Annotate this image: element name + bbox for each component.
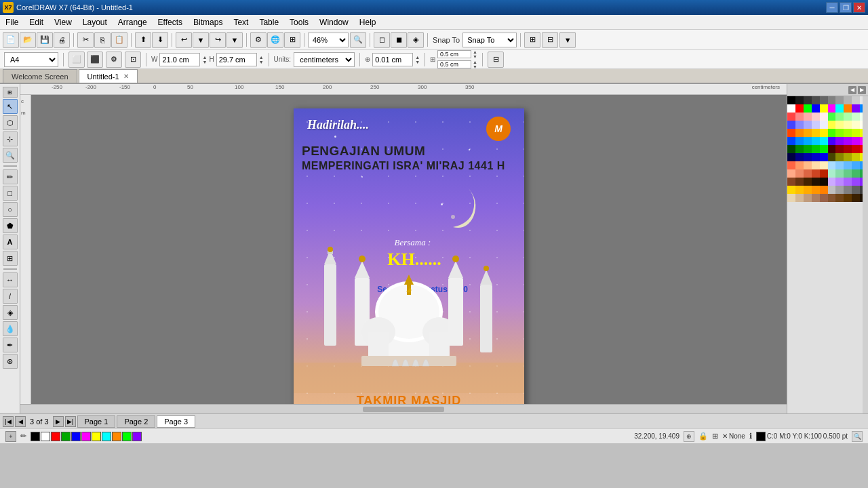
import-button[interactable]: ⬆ bbox=[135, 32, 151, 48]
save-button[interactable]: 💾 bbox=[37, 32, 53, 48]
palette-cell-9-6[interactable] bbox=[835, 169, 844, 178]
palette-cell-2-3[interactable] bbox=[812, 113, 820, 121]
canvas-background[interactable]: M Hadirilah.... PENGAJIAN UMUM MEMPERING… bbox=[31, 95, 787, 404]
palette-cell-11-2[interactable] bbox=[804, 186, 812, 194]
palette-cell-3-8[interactable] bbox=[852, 121, 860, 129]
palette-cell-12-0[interactable] bbox=[787, 194, 795, 202]
connector-tool[interactable]: / bbox=[3, 289, 18, 304]
palette-cell-10-4[interactable] bbox=[820, 178, 828, 186]
paste-button[interactable]: 📋 bbox=[111, 32, 127, 48]
palette-cell-5-4[interactable] bbox=[820, 137, 828, 145]
palette-cell-6-8[interactable] bbox=[852, 145, 860, 153]
palette-cell-0-2[interactable] bbox=[804, 96, 812, 104]
palette-cell-1-8[interactable] bbox=[852, 104, 860, 113]
palette-cell-2-8[interactable] bbox=[852, 113, 860, 121]
palette-cell-2-6[interactable] bbox=[835, 113, 844, 121]
dup-v-input[interactable] bbox=[437, 60, 471, 68]
zoom-tool[interactable]: 🔍 bbox=[3, 148, 18, 163]
palette-cell-3-3[interactable] bbox=[812, 121, 820, 129]
cut-button[interactable]: ✂ bbox=[77, 32, 94, 48]
redo-dropdown[interactable]: ▼ bbox=[226, 32, 243, 48]
tab-close-icon[interactable]: ✕ bbox=[123, 73, 129, 80]
palette-cell-9-1[interactable] bbox=[795, 169, 804, 178]
page-first-btn[interactable]: |◀ bbox=[3, 416, 14, 427]
palette-cell-6-1[interactable] bbox=[795, 145, 804, 153]
palette-cell-5-3[interactable] bbox=[812, 137, 820, 145]
palette-cell-8-6[interactable] bbox=[835, 161, 844, 169]
palette-cell-6-7[interactable] bbox=[844, 145, 852, 153]
node-edit-tool[interactable]: ⬡ bbox=[3, 115, 18, 130]
undo-dropdown[interactable]: ▼ bbox=[193, 32, 209, 48]
eyedropper-tool[interactable]: 💧 bbox=[3, 321, 18, 336]
status-add-page[interactable]: + bbox=[5, 431, 16, 442]
palette-cell-6-2[interactable] bbox=[804, 145, 812, 153]
palette-cell-8-3[interactable] bbox=[812, 161, 820, 169]
palette-cell-0-4[interactable] bbox=[820, 96, 828, 104]
close-button[interactable]: ✕ bbox=[853, 2, 865, 13]
outline-tool[interactable]: ✒ bbox=[3, 338, 18, 352]
palette-cell-12-3[interactable] bbox=[812, 194, 820, 202]
fill-tool[interactable]: ◈ bbox=[3, 305, 18, 320]
tab-welcome[interactable]: Welcome Screen bbox=[3, 69, 77, 83]
restore-button[interactable]: ❐ bbox=[840, 2, 852, 13]
palette-cell-11-5[interactable] bbox=[828, 186, 836, 194]
swatch-blue[interactable] bbox=[71, 432, 81, 441]
palette-scrollbar[interactable] bbox=[863, 96, 868, 413]
palette-cell-3-0[interactable] bbox=[787, 121, 795, 129]
palette-cell-0-0[interactable] bbox=[787, 96, 795, 104]
palette-cell-0-5[interactable] bbox=[828, 96, 836, 104]
palette-cell-1-4[interactable] bbox=[820, 104, 828, 113]
palette-cell-12-1[interactable] bbox=[795, 194, 804, 202]
nudge-input[interactable] bbox=[372, 53, 413, 66]
palette-cell-7-5[interactable] bbox=[828, 153, 836, 161]
palette-cell-4-2[interactable] bbox=[804, 129, 812, 137]
menu-effects[interactable]: Effects bbox=[153, 16, 188, 28]
palette-cell-1-1[interactable] bbox=[795, 104, 804, 113]
palette-cell-2-2[interactable] bbox=[804, 113, 812, 121]
palette-cell-7-8[interactable] bbox=[852, 153, 860, 161]
palette-cell-7-7[interactable] bbox=[844, 153, 852, 161]
menu-tools[interactable]: Tools bbox=[284, 16, 314, 28]
page-options-button[interactable]: ⊟ bbox=[488, 52, 504, 68]
palette-cell-9-3[interactable] bbox=[812, 169, 820, 178]
paper-size-select[interactable]: A4 A3 Letter bbox=[4, 52, 58, 67]
select-tool[interactable]: ↖ bbox=[3, 99, 18, 114]
palette-cell-11-3[interactable] bbox=[812, 186, 820, 194]
new-button[interactable]: 📄 bbox=[3, 32, 19, 48]
swatch-magenta[interactable] bbox=[81, 432, 91, 441]
palette-cell-4-0[interactable] bbox=[787, 129, 795, 137]
menu-arrange[interactable]: Arrange bbox=[113, 16, 153, 28]
palette-cell-8-1[interactable] bbox=[795, 161, 804, 169]
palette-cell-4-4[interactable] bbox=[820, 129, 828, 137]
swatch-orange[interactable] bbox=[112, 432, 121, 441]
menu-bitmaps[interactable]: Bitmaps bbox=[188, 16, 228, 28]
palette-cell-3-7[interactable] bbox=[844, 121, 852, 129]
page-prev-btn[interactable]: ◀ bbox=[15, 416, 26, 427]
palette-cell-1-3[interactable] bbox=[812, 104, 820, 113]
palette-cell-3-5[interactable] bbox=[828, 121, 836, 129]
palette-cell-9-2[interactable] bbox=[804, 169, 812, 178]
palette-cell-6-5[interactable] bbox=[828, 145, 836, 153]
palette-cell-10-6[interactable] bbox=[835, 178, 844, 186]
palette-cell-12-7[interactable] bbox=[844, 194, 852, 202]
palette-cell-4-8[interactable] bbox=[852, 129, 860, 137]
portrait-button[interactable]: ⬜ bbox=[68, 52, 85, 68]
copy-button[interactable]: ⎘ bbox=[94, 32, 111, 48]
snap-toggle[interactable]: ⊞ bbox=[524, 32, 540, 48]
palette-cell-2-5[interactable] bbox=[828, 113, 836, 121]
menu-file[interactable]: File bbox=[0, 16, 24, 28]
current-color-swatch[interactable] bbox=[756, 432, 766, 441]
palette-cell-4-1[interactable] bbox=[795, 129, 804, 137]
snap-settings[interactable]: ▼ bbox=[559, 32, 576, 48]
palette-cell-8-8[interactable] bbox=[852, 161, 860, 169]
crop-tool[interactable]: ⊹ bbox=[3, 131, 18, 146]
palette-cell-1-5[interactable] bbox=[828, 104, 836, 113]
ruler-corner[interactable]: ⊞ bbox=[3, 87, 18, 98]
palette-cell-10-3[interactable] bbox=[812, 178, 820, 186]
palette-cell-5-0[interactable] bbox=[787, 137, 795, 145]
page-settings-button[interactable]: ⚙ bbox=[106, 52, 122, 68]
palette-cell-10-2[interactable] bbox=[804, 178, 812, 186]
palette-cell-3-4[interactable] bbox=[820, 121, 828, 129]
text-tool[interactable]: A bbox=[3, 235, 18, 249]
smart-fill-tool[interactable]: ⊛ bbox=[3, 354, 18, 369]
